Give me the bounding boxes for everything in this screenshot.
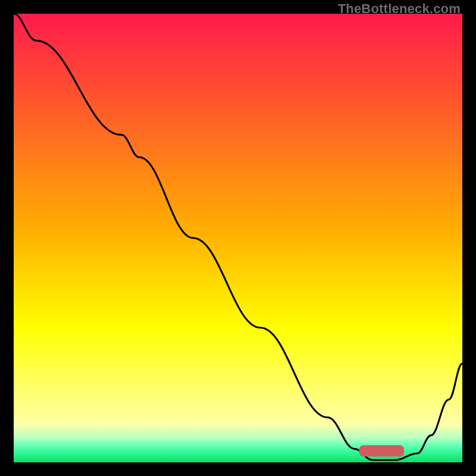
- optimal-range-marker: [359, 445, 404, 456]
- chart-frame: [14, 14, 462, 462]
- bottleneck-chart: [14, 14, 462, 462]
- chart-gradient-bg: [14, 14, 462, 462]
